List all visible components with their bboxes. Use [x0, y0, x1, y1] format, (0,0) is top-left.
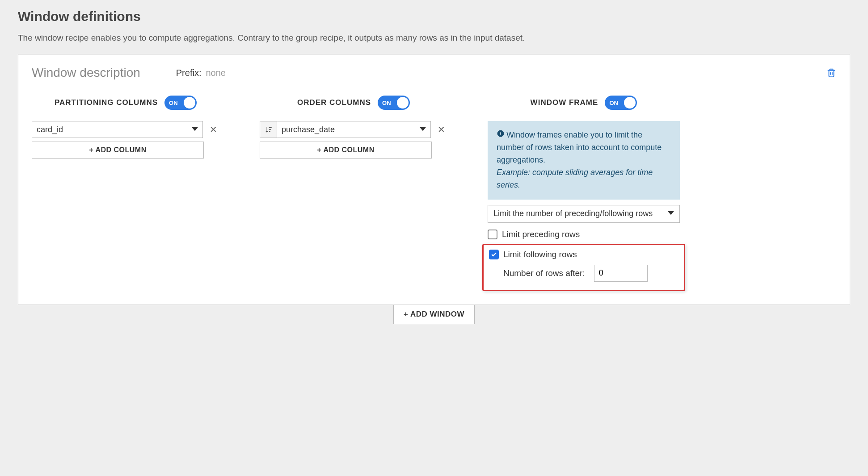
toggle-knob: [397, 97, 409, 109]
limit-following-label: Limit following rows: [503, 250, 577, 259]
order-column-select[interactable]: purchase_date: [277, 121, 431, 138]
limit-preceding-checkbox[interactable]: [488, 230, 497, 239]
order-header: ORDER COLUMNS: [297, 98, 371, 107]
window-frame-info: i Window frames enable you to limit the …: [488, 121, 680, 200]
limit-following-checkbox[interactable]: [489, 250, 499, 259]
info-text: Window frames enable you to limit the nu…: [497, 130, 662, 164]
window-frame-header: WINDOW FRAME: [531, 98, 598, 107]
trash-icon[interactable]: [826, 68, 836, 78]
prefix-value[interactable]: none: [206, 68, 226, 78]
prefix-label: Prefix:: [176, 68, 202, 78]
page-title: Window definitions: [18, 9, 850, 24]
partitioning-header: PARTITIONING COLUMNS: [55, 98, 158, 107]
info-example: Example: compute sliding averages for ti…: [497, 167, 671, 192]
window-frame-toggle[interactable]: ON: [605, 96, 637, 110]
info-icon: i: [497, 129, 505, 142]
partitioning-toggle[interactable]: ON: [164, 96, 197, 110]
partitioning-column-select[interactable]: card_id: [32, 121, 203, 138]
toggle-knob: [624, 97, 636, 109]
chevron-down-icon: [192, 125, 198, 134]
toggle-knob: [184, 97, 195, 109]
frame-mode-value: Limit the number of preceding/following …: [493, 209, 653, 218]
toggle-on-label: ON: [609, 100, 618, 106]
card-header: Window description Prefix: none: [32, 66, 836, 80]
rows-after-label: Number of rows after:: [503, 268, 585, 278]
add-order-column-button[interactable]: + ADD COLUMN: [260, 142, 432, 159]
window-description-title: Window description: [32, 66, 140, 80]
limit-following-highlight: Limit following rows Number of rows afte…: [482, 244, 685, 291]
remove-order-column-icon[interactable]: ✕: [435, 124, 447, 135]
limit-preceding-label: Limit preceding rows: [502, 230, 580, 239]
partitioning-group: PARTITIONING COLUMNS ON card_id ✕ + ADD …: [32, 96, 219, 291]
rows-after-input[interactable]: [594, 265, 648, 282]
toggle-on-label: ON: [169, 100, 178, 106]
remove-partitioning-column-icon[interactable]: ✕: [207, 124, 219, 135]
add-window-button[interactable]: + ADD WINDOW: [393, 305, 475, 324]
frame-mode-select[interactable]: Limit the number of preceding/following …: [488, 205, 680, 223]
chevron-down-icon: [420, 125, 426, 134]
limit-following-row[interactable]: Limit following rows: [489, 250, 678, 259]
order-group: ORDER COLUMNS ON purchase_date: [260, 96, 447, 291]
window-card: Window description Prefix: none PARTITIO…: [18, 54, 850, 305]
limit-preceding-row[interactable]: Limit preceding rows: [488, 230, 680, 239]
order-selected: purchase_date: [282, 125, 335, 134]
toggle-on-label: ON: [382, 100, 391, 106]
window-frame-group: WINDOW FRAME ON i Window frames enable y…: [488, 96, 680, 291]
svg-text:i: i: [500, 131, 501, 136]
order-toggle[interactable]: ON: [378, 96, 410, 110]
add-partitioning-column-button[interactable]: + ADD COLUMN: [32, 142, 204, 159]
partitioning-selected: card_id: [37, 125, 63, 134]
page-subtitle: The window recipe enables you to compute…: [18, 33, 850, 43]
sort-direction-button[interactable]: [260, 121, 277, 138]
chevron-down-icon: [668, 209, 674, 218]
